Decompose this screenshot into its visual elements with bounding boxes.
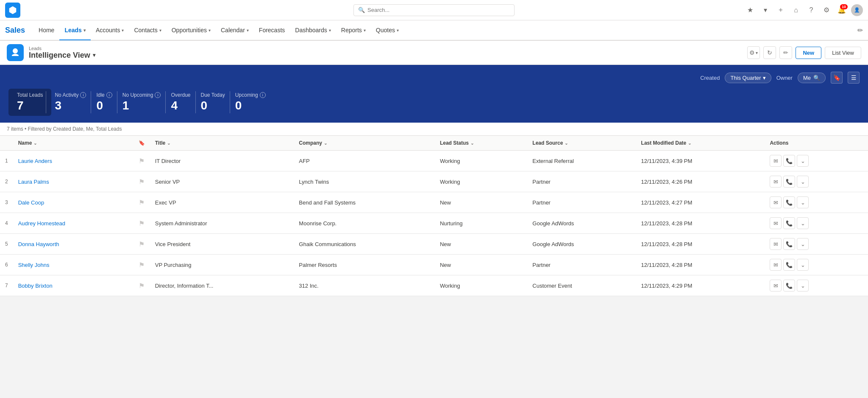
row-bookmark-icon[interactable]: ⚑: [139, 157, 145, 165]
col-header-modified[interactable]: Last Modified Date ⌄: [636, 136, 765, 151]
email-action-button[interactable]: ✉: [770, 238, 782, 250]
row-bookmark-icon[interactable]: ⚑: [139, 178, 145, 185]
menu-filter-icon[interactable]: ☰: [848, 72, 860, 84]
idle-stat[interactable]: Idle i 0: [96, 89, 122, 116]
call-action-button[interactable]: 📞: [783, 196, 795, 208]
banner-filters-row: Created This Quarter ▾ Owner Me 🔍 🔖 ☰: [8, 72, 860, 84]
list-view-button[interactable]: List View: [825, 47, 861, 59]
nav-item-reports[interactable]: Reports ▾: [336, 21, 371, 40]
more-action-button[interactable]: ⌄: [797, 238, 809, 250]
row-modified: 12/11/2023, 4:28 PM: [636, 255, 765, 275]
call-action-button[interactable]: 📞: [783, 280, 795, 291]
row-title: IT Director: [150, 151, 294, 171]
avatar[interactable]: 👤: [851, 4, 863, 16]
lead-name-link[interactable]: Laurie Anders: [18, 158, 52, 164]
bookmark-filter-icon[interactable]: 🔖: [831, 72, 843, 84]
nav-item-contacts[interactable]: Contacts ▾: [129, 21, 166, 40]
row-actions: ✉ 📞 ⌄: [765, 234, 868, 255]
col-header-company[interactable]: Company ⌄: [294, 136, 435, 151]
title-chevron-icon[interactable]: ▾: [93, 52, 95, 58]
nav-item-dashboards[interactable]: Dashboards ▾: [290, 21, 336, 40]
no-activity-stat[interactable]: No Activity i 3: [55, 89, 96, 116]
row-company: AFP: [294, 151, 435, 171]
accounts-chevron-icon: ▾: [122, 28, 124, 33]
lead-name-link[interactable]: Shelly Johns: [18, 262, 50, 268]
total-leads-value: 7: [17, 99, 43, 112]
nav-item-opportunities[interactable]: Opportunities ▾: [167, 21, 216, 40]
overdue-label: Overdue: [171, 92, 190, 98]
email-action-button[interactable]: ✉: [770, 176, 782, 188]
more-action-button[interactable]: ⌄: [797, 217, 809, 229]
row-bookmark-icon[interactable]: ⚑: [139, 220, 145, 227]
nav-item-leads[interactable]: Leads ▾: [59, 21, 90, 40]
more-action-button[interactable]: ⌄: [797, 155, 809, 167]
calendar-chevron-icon: ▾: [247, 28, 249, 33]
notifications-icon[interactable]: 🔔 10: [836, 4, 848, 16]
lead-name-link[interactable]: Donna Hayworth: [18, 241, 59, 247]
row-bookmark-icon[interactable]: ⚑: [139, 261, 145, 269]
search-input[interactable]: [367, 7, 510, 13]
gear-settings-button[interactable]: ⚙ ▾: [747, 46, 760, 59]
upcoming-info-icon[interactable]: i: [260, 92, 266, 98]
nav-item-accounts[interactable]: Accounts ▾: [91, 21, 129, 40]
more-action-button[interactable]: ⌄: [797, 176, 809, 188]
nav-item-forecasts[interactable]: Forecasts: [254, 21, 290, 40]
row-actions: ✉ 📞 ⌄: [765, 151, 868, 171]
upcoming-value: 0: [235, 99, 266, 112]
call-action-button[interactable]: 📞: [783, 259, 795, 271]
call-action-button[interactable]: 📞: [783, 217, 795, 229]
row-bookmark: ⚑: [134, 234, 150, 255]
nav-item-home[interactable]: Home: [33, 21, 59, 40]
email-action-button[interactable]: ✉: [770, 155, 782, 167]
quarter-filter-button[interactable]: This Quarter ▾: [725, 73, 771, 83]
col-header-name[interactable]: Name ⌄: [13, 136, 134, 151]
no-upcoming-info-icon[interactable]: i: [155, 92, 161, 98]
no-upcoming-stat[interactable]: No Upcoming i 1: [122, 89, 171, 116]
row-name: Laurie Anders: [13, 151, 134, 171]
email-action-button[interactable]: ✉: [770, 217, 782, 229]
filter-text: 7 items • Filtered by Created Date, Me, …: [7, 126, 122, 132]
email-action-button[interactable]: ✉: [770, 280, 782, 291]
new-button[interactable]: New: [796, 47, 821, 59]
overdue-stat[interactable]: Overdue 4: [171, 89, 200, 116]
col-header-status[interactable]: Lead Status ⌄: [435, 136, 527, 151]
total-leads-stat[interactable]: Total Leads 7: [8, 89, 51, 116]
settings-icon[interactable]: ⚙: [821, 4, 832, 16]
row-bookmark-icon[interactable]: ⚑: [139, 282, 145, 289]
lead-name-link[interactable]: Dale Coop: [18, 199, 44, 206]
home-icon[interactable]: ⌂: [790, 4, 802, 16]
more-action-button[interactable]: ⌄: [797, 196, 809, 208]
idle-info-icon[interactable]: i: [106, 92, 112, 98]
more-action-button[interactable]: ⌄: [797, 280, 809, 291]
nav-item-calendar[interactable]: Calendar ▾: [216, 21, 254, 40]
edit-nav-icon[interactable]: ✏: [857, 26, 863, 34]
upcoming-stat[interactable]: Upcoming i 0: [235, 89, 276, 116]
call-action-button[interactable]: 📞: [783, 176, 795, 188]
more-action-button[interactable]: ⌄: [797, 259, 809, 271]
call-action-button[interactable]: 📞: [783, 238, 795, 250]
lead-name-link[interactable]: Audrey Homestead: [18, 220, 65, 227]
col-header-title[interactable]: Title ⌄: [150, 136, 294, 151]
lead-name-link[interactable]: Bobby Brixton: [18, 283, 53, 289]
edit-button[interactable]: ✏: [779, 46, 792, 59]
email-action-button[interactable]: ✉: [770, 196, 782, 208]
favorites-icon[interactable]: ★: [744, 4, 756, 16]
help-icon[interactable]: ?: [805, 4, 817, 16]
due-today-stat[interactable]: Due Today 0: [201, 89, 235, 116]
row-number: 7: [0, 275, 13, 296]
owner-filter-button[interactable]: Me 🔍: [798, 73, 826, 83]
row-company: Moonrise Corp.: [294, 213, 435, 234]
due-today-value: 0: [201, 99, 225, 112]
row-bookmark-icon[interactable]: ⚑: [139, 199, 145, 206]
col-header-source[interactable]: Lead Source ⌄: [527, 136, 636, 151]
nav-item-quotes[interactable]: Quotes ▾: [371, 21, 404, 40]
row-bookmark-icon[interactable]: ⚑: [139, 241, 145, 248]
refresh-button[interactable]: ↻: [763, 46, 776, 59]
call-action-button[interactable]: 📞: [783, 155, 795, 167]
lead-name-link[interactable]: Laura Palms: [18, 179, 49, 185]
favorites-chevron[interactable]: ▾: [760, 4, 771, 16]
no-activity-info-icon[interactable]: i: [80, 92, 86, 98]
email-action-button[interactable]: ✉: [770, 259, 782, 271]
add-icon[interactable]: ＋: [775, 4, 787, 16]
table-row: 3 Dale Coop ⚑ Exec VP Bend and Fall Syst…: [0, 192, 868, 213]
